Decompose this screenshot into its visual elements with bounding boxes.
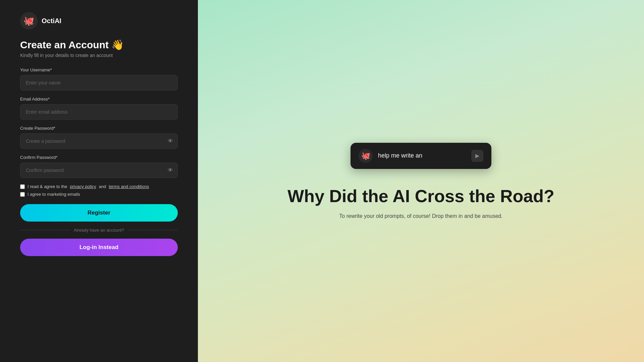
divider-text: Already have an account? [74, 228, 124, 233]
register-button[interactable]: Register [20, 204, 178, 222]
page-subtitle: Kindly fill in your details to create an… [20, 53, 178, 58]
brand-logo: 🐙 [20, 12, 38, 29]
tagline: Why Did the AI Cross the Road? [287, 186, 554, 206]
bubble-text: help me write an [378, 152, 466, 159]
terms-agree-text: I read & agree to the [28, 184, 67, 189]
username-label: Your Username* [20, 67, 178, 72]
email-group: Email Address* [20, 97, 178, 120]
tagline-sub: To rewrite your old prompts, of course! … [339, 213, 502, 219]
password-label: Create Password* [20, 126, 178, 131]
password-input[interactable] [20, 133, 178, 149]
marketing-checkbox[interactable] [20, 192, 25, 197]
password-eye-icon[interactable]: 👁 [168, 138, 173, 144]
checkboxes-group: I read & agree to the privacy policy and… [20, 184, 178, 197]
marketing-checkbox-row: I agree to marketing emails [20, 192, 178, 197]
confirm-password-label: Confirm Password* [20, 155, 178, 160]
username-group: Your Username* [20, 67, 178, 90]
marketing-label: I agree to marketing emails [28, 192, 80, 197]
password-group: Create Password* 👁 [20, 126, 178, 149]
page-title: Create an Account 👋 [20, 39, 178, 51]
login-button[interactable]: Log-in Instead [20, 239, 178, 256]
right-panel: 🐙 help me write an ▶ Why Did the AI Cros… [198, 0, 644, 362]
email-input-wrapper [20, 104, 178, 120]
and-text: and [99, 184, 106, 189]
confirm-password-input-wrapper: 👁 [20, 163, 178, 178]
left-panel: 🐙 OctiAI Create an Account 👋 Kindly fill… [0, 0, 198, 362]
email-input[interactable] [20, 104, 178, 120]
brand-name: OctiAI [42, 17, 61, 25]
divider: Already have an account? [20, 228, 178, 233]
username-input[interactable] [20, 75, 178, 90]
privacy-policy-link[interactable]: privacy policy [70, 184, 96, 189]
brand: 🐙 OctiAI [20, 12, 178, 29]
terms-checkbox[interactable] [20, 184, 25, 189]
terms-checkbox-row: I read & agree to the privacy policy and… [20, 184, 178, 189]
brand-logo-icon: 🐙 [23, 16, 34, 26]
bubble-send-button[interactable]: ▶ [471, 150, 483, 162]
bubble-logo-icon: 🐙 [361, 152, 370, 160]
confirm-password-input[interactable] [20, 163, 178, 178]
email-label: Email Address* [20, 97, 178, 102]
chat-bubble: 🐙 help me write an ▶ [351, 143, 491, 169]
confirm-password-group: Confirm Password* 👁 [20, 155, 178, 178]
terms-link[interactable]: terms and conditions [109, 184, 149, 189]
bubble-icon: 🐙 [359, 149, 373, 163]
confirm-eye-icon[interactable]: 👁 [168, 167, 173, 173]
username-input-wrapper [20, 75, 178, 90]
password-input-wrapper: 👁 [20, 133, 178, 149]
